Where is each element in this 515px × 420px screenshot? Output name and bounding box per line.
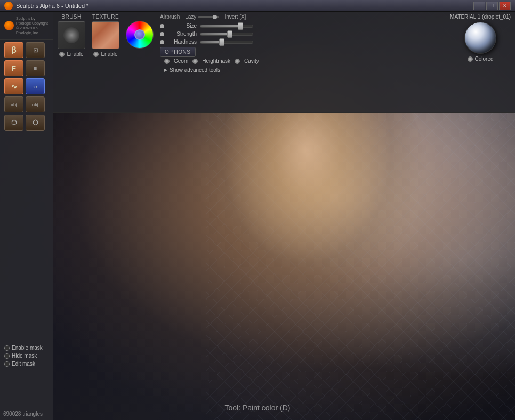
panel-logo-text: Sculptris by Pixologic Copyright © 2009-…	[16, 16, 49, 35]
lazy-toggle[interactable]: Lazy	[185, 14, 219, 20]
hardness-slider-dot	[160, 40, 164, 44]
geom-label: Geom	[174, 58, 188, 64]
texture-section: TEXTURE Enable	[92, 14, 119, 57]
texture-enable-row: Enable	[93, 51, 117, 57]
edit-mask-option[interactable]: Edit mask	[4, 361, 43, 367]
subdiv-tool-button[interactable]: ⬡	[26, 115, 45, 131]
color-picker[interactable]	[126, 21, 154, 49]
close-button[interactable]: ✕	[499, 2, 511, 10]
geom-radio[interactable]	[164, 59, 170, 64]
top-options-row: Airbrush Lazy Invert [X]	[160, 14, 246, 20]
restore-button[interactable]: ❐	[486, 2, 498, 10]
tool-row-2: F ≡	[4, 60, 49, 76]
size-slider-track[interactable]	[200, 25, 253, 28]
triangle-count: 690028 triangles	[3, 411, 43, 417]
obj-export-button[interactable]: obj	[26, 96, 45, 112]
brush-icon: β	[11, 45, 17, 55]
hide-mask-option[interactable]: Hide mask	[4, 353, 43, 359]
sym-icon: ⬡	[11, 119, 17, 126]
strength-slider-thumb[interactable]	[227, 30, 232, 38]
sliders-section: Size Strength	[160, 22, 253, 45]
size-slider-row: Size	[160, 23, 253, 29]
smooth-icon: ⊡	[33, 47, 38, 54]
options-button-container: OPTIONS	[160, 47, 196, 57]
snake-icon: ∿	[11, 83, 17, 91]
panel-logo-area: Sculptris by Pixologic Copyright © 2009-…	[0, 12, 53, 40]
lazy-line	[198, 16, 219, 18]
options-section: Airbrush Lazy Invert [X] Size	[160, 14, 263, 75]
tool-row-5: ⬡ ⬡	[4, 115, 49, 131]
pinch-tool-button[interactable]: ≡	[26, 60, 45, 76]
smooth-tool-button[interactable]: ⊡	[26, 42, 45, 58]
title-bar-controls: — ❐ ✕	[473, 2, 511, 10]
pinch-icon: ≡	[34, 65, 37, 71]
strength-slider-dot	[160, 32, 164, 36]
panel-logo-icon	[4, 21, 14, 30]
size-slider-thumb[interactable]	[238, 22, 243, 30]
subdiv-icon: ⬡	[33, 119, 38, 126]
heightmask-label: Heightmask	[202, 58, 230, 64]
hardness-slider-thumb[interactable]	[219, 38, 224, 46]
advanced-arrow-icon: ▶	[164, 68, 167, 72]
size-slider-fill	[200, 25, 240, 27]
hardness-slider-label: Hardness	[167, 39, 197, 45]
material-section: MATERIAL 1 (droplet_01) Colored	[450, 14, 511, 62]
obj-import-button[interactable]: obj	[4, 96, 23, 112]
colored-label: Colored	[475, 56, 494, 62]
minimize-button[interactable]: —	[473, 2, 485, 10]
strength-slider-fill	[200, 33, 229, 35]
hardness-slider-row: Hardness	[160, 39, 253, 45]
hide-mask-radio[interactable]	[4, 353, 10, 359]
lazy-label: Lazy	[185, 14, 196, 20]
mirror-tool-button[interactable]: ↔	[26, 78, 45, 94]
enable-mask-option[interactable]: Enable mask	[4, 345, 43, 351]
snake-tool-button[interactable]: ∿	[4, 78, 23, 94]
brush-section-label: BRUSH	[61, 14, 82, 20]
lazy-handle	[213, 15, 217, 19]
airbrush-label: Airbrush	[160, 14, 180, 20]
options-button[interactable]: OPTIONS	[160, 47, 196, 57]
tool-buttons-group: β ⊡ F ≡ ∿ ↔	[0, 40, 53, 135]
color-section-label: COLOR	[131, 14, 149, 19]
show-advanced-row[interactable]: ▶ Show advanced tools	[160, 65, 224, 75]
app-logo-icon	[4, 2, 13, 10]
colored-row: Colored	[468, 56, 494, 62]
texture-preview[interactable]	[92, 21, 119, 49]
edit-mask-label: Edit mask	[12, 361, 35, 367]
hardness-slider-track[interactable]	[200, 41, 253, 44]
mask-options: Enable mask Hide mask Edit mask	[4, 345, 43, 367]
brush-enable-radio[interactable]	[59, 52, 65, 57]
cavity-radio[interactable]	[235, 59, 240, 64]
sym-tool-button[interactable]: ⬡	[4, 115, 23, 131]
mirror-icon: ↔	[32, 83, 39, 91]
size-slider-dot	[160, 24, 164, 28]
cavity-label: Cavity	[244, 58, 259, 64]
brush-section: BRUSH Enable	[58, 14, 85, 57]
color-dot	[134, 29, 145, 40]
invert-label: Invert [X]	[224, 14, 246, 20]
colored-radio[interactable]	[468, 56, 473, 62]
color-section: COLOR	[126, 14, 154, 49]
brush-preview-inner	[63, 27, 79, 43]
heightmask-radio[interactable]	[192, 59, 198, 64]
title-bar-text: Sculptris Alpha 6 - Untitled *	[16, 3, 88, 9]
show-advanced-label: Show advanced tools	[170, 67, 220, 73]
texture-enable-radio[interactable]	[93, 52, 99, 57]
brush-tool-button[interactable]: β	[4, 42, 23, 58]
brush-enable-label: Enable	[67, 51, 83, 57]
strength-slider-track[interactable]	[200, 33, 253, 36]
hide-mask-label: Hide mask	[12, 353, 37, 359]
edit-mask-radio[interactable]	[4, 361, 10, 367]
brush-preview[interactable]	[58, 21, 85, 49]
title-bar: Sculptris Alpha 6 - Untitled * — ❐ ✕	[0, 0, 515, 12]
material-sphere[interactable]	[464, 22, 496, 54]
toolbar: BRUSH Enable TEXTURE Enable	[53, 12, 515, 113]
flatten-tool-button[interactable]: F	[4, 60, 23, 76]
enable-mask-radio[interactable]	[4, 345, 10, 351]
title-bar-left: Sculptris Alpha 6 - Untitled *	[4, 2, 88, 10]
flatten-icon: F	[12, 64, 16, 72]
toolbar-inner: BRUSH Enable TEXTURE Enable	[53, 12, 515, 77]
texture-enable-label: Enable	[101, 51, 117, 57]
material-label: MATERIAL 1 (droplet_01)	[450, 14, 511, 20]
size-slider-label: Size	[167, 23, 197, 29]
